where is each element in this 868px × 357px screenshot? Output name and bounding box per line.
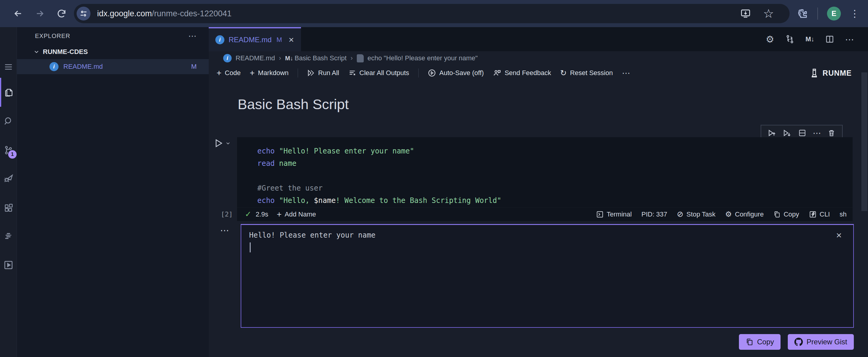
output-more-icon[interactable]: ⋯ xyxy=(220,225,230,235)
cell-more-icon[interactable]: ⋯ xyxy=(813,128,821,138)
chevron-down-icon xyxy=(33,48,40,55)
gear-icon: ⚙ xyxy=(725,210,732,219)
info-icon: i xyxy=(223,54,231,62)
sidebar-item-search[interactable] xyxy=(0,112,17,130)
back-icon[interactable] xyxy=(8,4,28,23)
breadcrumb-separator: › xyxy=(279,54,281,62)
split-editor-icon[interactable] xyxy=(825,35,834,44)
sidebar-item-extensions[interactable] xyxy=(0,199,17,217)
tab-readme[interactable]: i README.md M × xyxy=(209,27,301,51)
folder-name: RUNME-CDES xyxy=(43,48,88,56)
page-title: Basic Bash Script xyxy=(238,96,349,112)
reload-icon[interactable] xyxy=(52,4,71,23)
editor-actions: ⚙ M↓ ⋯ xyxy=(766,27,854,51)
source-control-badge: 1 xyxy=(8,150,17,159)
add-code-button[interactable]: +Code xyxy=(217,68,241,78)
file-row-readme[interactable]: i README.md M xyxy=(17,59,209,74)
breadcrumb-cell[interactable]: echo "Hello! Please enter your name" xyxy=(368,54,478,62)
run-all-button[interactable]: Run All xyxy=(307,69,339,77)
run-cells-above-icon[interactable] xyxy=(768,128,777,137)
stop-icon: ⊘ xyxy=(677,209,683,219)
delete-cell-icon[interactable] xyxy=(827,129,836,137)
output-close-icon[interactable]: × xyxy=(836,230,842,240)
runme-logo-icon xyxy=(810,68,819,78)
install-app-icon[interactable] xyxy=(740,8,751,19)
autosave-toggle[interactable]: Auto-Save (off) xyxy=(428,69,484,77)
info-icon: i xyxy=(50,62,59,71)
reset-session-button[interactable]: ↻ Reset Session xyxy=(560,68,613,78)
stop-task-button[interactable]: ⊘Stop Task xyxy=(677,209,715,219)
sidebar-item-output-logs[interactable] xyxy=(0,227,17,246)
runme-brand: RUNME xyxy=(810,65,852,81)
open-terminal-button[interactable]: Terminal xyxy=(596,210,632,218)
github-icon xyxy=(795,338,803,346)
info-icon: i xyxy=(215,35,224,44)
success-check-icon: ✓ xyxy=(245,209,251,219)
markdown-icon: M↓ xyxy=(285,55,293,62)
breadcrumb: i README.md › M↓ Basic Bash Script › ech… xyxy=(209,51,868,65)
url-host: idx.google.com xyxy=(97,9,152,19)
forward-icon[interactable] xyxy=(30,4,50,23)
plus-icon: + xyxy=(277,209,281,219)
run-cell-control[interactable] xyxy=(214,138,230,148)
profile-avatar[interactable]: E xyxy=(827,7,841,21)
output-actions: Copy Preview Gist xyxy=(739,334,854,350)
plus-icon: + xyxy=(217,68,221,78)
run-options-chevron-icon[interactable] xyxy=(226,141,230,145)
url-bar[interactable]: idx.google.com/runme-cdes-1220041 ☆ xyxy=(74,4,789,23)
bookmark-star-icon[interactable]: ☆ xyxy=(763,7,774,21)
markdown-preview-icon[interactable]: M↓ xyxy=(806,35,814,43)
terminal-output[interactable]: Hello! Please enter your name × xyxy=(241,224,854,328)
tab-strip: i README.md M × ⚙ M↓ ⋯ xyxy=(209,27,868,51)
chrome-separator xyxy=(817,7,818,20)
notebook-toolbar: +Code +Markdown Run All Clear All Output… xyxy=(209,65,868,81)
feedback-icon xyxy=(493,69,501,77)
sidebar-item-runme-notebook[interactable] xyxy=(0,256,17,274)
terminal-icon xyxy=(596,210,604,218)
copy-cell-button[interactable]: Copy xyxy=(773,210,799,218)
sidebar-item-source-control[interactable]: 1 xyxy=(0,141,17,159)
add-markdown-button[interactable]: +Markdown xyxy=(250,68,289,78)
more-actions-icon[interactable]: ⋯ xyxy=(845,34,854,44)
site-settings-icon[interactable] xyxy=(76,7,91,21)
terminal-cursor xyxy=(250,242,251,252)
copy-output-button[interactable]: Copy xyxy=(739,334,780,350)
pid-label: PID: 337 xyxy=(642,210,668,218)
menu-hamburger-icon[interactable] xyxy=(0,58,17,76)
clear-outputs-button[interactable]: Clear All Outputs xyxy=(348,69,409,77)
configure-button[interactable]: ⚙Configure xyxy=(725,210,764,219)
run-cells-below-icon[interactable] xyxy=(783,128,792,137)
toolbar-separator xyxy=(298,68,298,77)
sidebar-item-explorer[interactable] xyxy=(0,78,17,107)
run-cell-icon[interactable] xyxy=(214,138,224,148)
split-cell-icon[interactable] xyxy=(798,129,806,137)
notebook-content: Basic Bash Script ⋯ xyxy=(209,81,868,357)
cli-button[interactable]: CLI xyxy=(809,210,830,218)
breadcrumb-file[interactable]: README.md xyxy=(236,54,275,62)
add-name-button[interactable]: +Add Name xyxy=(277,209,316,219)
sidebar-item-run-debug[interactable] xyxy=(0,169,17,187)
execution-count: [2] xyxy=(221,210,233,218)
breadcrumb-heading[interactable]: Basic Bash Script xyxy=(294,54,346,62)
url-path: /runme-cdes-1220041 xyxy=(152,9,231,19)
reset-icon: ↻ xyxy=(560,68,567,78)
toolbar-separator xyxy=(418,68,418,77)
chrome-menu-icon[interactable]: ⋮ xyxy=(850,8,860,19)
explorer-more-icon[interactable]: ⋯ xyxy=(188,31,197,41)
send-feedback-button[interactable]: Send Feedback xyxy=(493,69,551,77)
toolbar-more-icon[interactable]: ⋯ xyxy=(622,68,630,78)
browser-chrome: idx.google.com/runme-cdes-1220041 ☆ E ⋮ xyxy=(0,0,868,27)
gear-icon[interactable]: ⚙ xyxy=(766,34,774,45)
editor-area: i README.md M × ⚙ M↓ ⋯ i README.md › M xyxy=(209,27,868,357)
tab-close-icon[interactable]: × xyxy=(289,35,294,44)
preview-gist-button[interactable]: Preview Gist xyxy=(788,334,854,350)
explorer-sidebar: EXPLORER ⋯ RUNME-CDES i README.md M xyxy=(17,27,209,357)
extensions-puzzle-icon[interactable] xyxy=(797,8,808,19)
copy-icon xyxy=(773,211,780,218)
cell-duration: 2.9s xyxy=(256,210,269,218)
compare-changes-icon[interactable] xyxy=(785,34,795,44)
code-cell-editor[interactable]: echo "Hello! Please enter your name"read… xyxy=(237,137,852,207)
folder-row-runme-cdes[interactable]: RUNME-CDES xyxy=(17,44,209,59)
plus-icon: + xyxy=(250,68,254,78)
editor-scrollbar[interactable] xyxy=(861,72,867,211)
